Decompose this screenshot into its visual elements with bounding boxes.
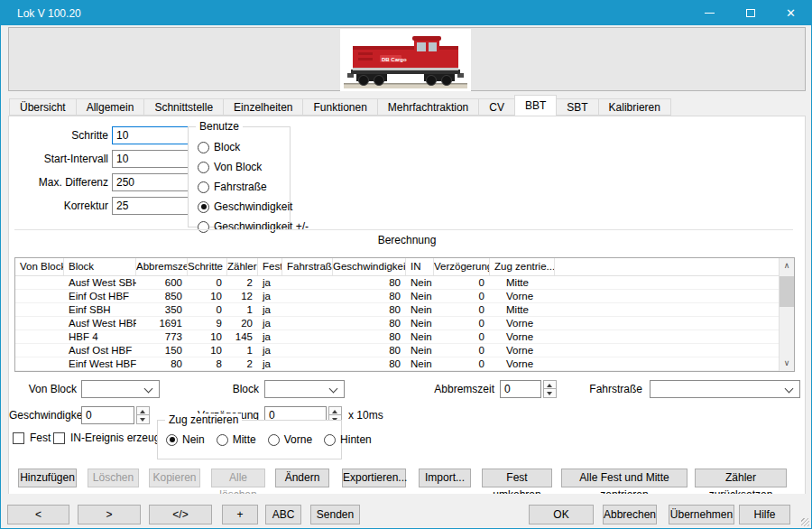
column-header-zug-zentrie[interactable]: Zug zentrie...: [490, 258, 555, 275]
tab-bbt[interactable]: BBT: [514, 95, 557, 116]
column-header-verz-gerung[interactable]: Verzögerung: [434, 258, 490, 275]
tab-cv[interactable]: CV: [478, 98, 515, 116]
geschwindigkeit-spinner[interactable]: [136, 406, 150, 424]
zug-zentrieren-option-vorne[interactable]: Vorne: [268, 433, 312, 446]
cell-schritte: 10: [188, 344, 227, 357]
column-header-geschwindigkeit[interactable]: Geschwindigkeit: [333, 258, 406, 275]
spin-up-icon[interactable]: [543, 380, 557, 389]
close-icon: ✕: [786, 7, 796, 19]
locomotive-panel: DB Cargo: [8, 27, 806, 91]
table-row[interactable]: Ausf West HBF1691920ja80Nein0Vorne: [15, 317, 794, 330]
radio-icon[interactable]: [198, 162, 209, 173]
fest-checkbox[interactable]: [13, 432, 24, 444]
hinzuf-gen-button[interactable]: Hinzufügen: [18, 469, 77, 487]
tab-sbt[interactable]: SBT: [556, 98, 598, 116]
nav-blank-button[interactable]: <: [7, 505, 69, 524]
scroll-down-icon[interactable]: ∨: [780, 356, 794, 371]
max-differenz-input[interactable]: [112, 173, 198, 191]
import-button[interactable]: Import...: [419, 469, 471, 487]
table-row[interactable]: Ausf Ost HBF150101ja80Nein0Vorne: [15, 344, 794, 357]
radio-icon[interactable]: [198, 142, 209, 153]
fahrstrasse-combobox[interactable]: [650, 380, 800, 398]
tab-mehrfachtraktion[interactable]: Mehrfachtraktion: [377, 98, 479, 116]
ok-button[interactable]: OK: [529, 505, 594, 524]
nav-blank-button[interactable]: +: [222, 505, 258, 524]
radio-icon[interactable]: [198, 201, 209, 213]
cell-zug-zentrie: Vorne: [490, 290, 555, 302]
cell-von-block: [15, 276, 64, 289]
abbrechen-button[interactable]: Abbrechen: [603, 505, 657, 524]
column-header-fahrstra-e[interactable]: Fahrstraße: [282, 258, 333, 275]
zug-zentrieren-option-mitte[interactable]: Mitte: [217, 433, 256, 446]
titlebar[interactable]: Lok V 100.20 ✕: [1, 1, 811, 25]
nav-abc-button[interactable]: ABC: [265, 505, 301, 524]
scrollbar-thumb[interactable]: [780, 276, 794, 307]
table-row[interactable]: Einf West HBF8082ja80Nein0Vorne: [15, 357, 794, 371]
column-header-abbremszeit[interactable]: Abbremszeit: [136, 258, 188, 275]
table-row[interactable]: Ausf West SBH60002ja80Nein0Mitte: [15, 276, 794, 290]
fest-umkehren-button[interactable]: Fest umkehren: [482, 469, 552, 487]
nav-senden-button[interactable]: Senden: [310, 505, 360, 524]
spin-down-icon[interactable]: [543, 389, 557, 398]
column-header-von-block[interactable]: Von Block: [15, 258, 64, 275]
radio-icon[interactable]: [268, 434, 280, 446]
hilfe-button[interactable]: Hilfe: [739, 505, 790, 524]
radio-icon[interactable]: [198, 221, 209, 233]
alle-fest-und-mitte-zentrieren-button[interactable]: Alle Fest und Mitte zentrieren: [561, 469, 687, 487]
scroll-up-icon[interactable]: ∧: [780, 258, 794, 274]
column-header-block[interactable]: Block: [64, 258, 136, 275]
cell-fest: ja: [258, 317, 282, 329]
benutze-option-geschwindigkeit[interactable]: Geschwindigkeit: [198, 200, 309, 213]
korrektur-input[interactable]: [112, 197, 198, 215]
column-header-z-hler[interactable]: Zähler: [227, 258, 258, 275]
cell-geschwindigkeit: 80: [333, 344, 406, 357]
benutze-option-geschwindigkeit[interactable]: Geschwindigkeit +/-: [198, 220, 309, 233]
column-header-schritte[interactable]: Schritte: [188, 258, 227, 275]
benutze-option-block[interactable]: Block: [198, 141, 309, 153]
spin-down-icon[interactable]: [136, 415, 150, 424]
zug-zentrieren-option-nein[interactable]: Nein: [166, 433, 205, 446]
minimize-button[interactable]: [689, 1, 730, 25]
tab-einzelheiten[interactable]: Einzelheiten: [223, 98, 303, 116]
abbremszeit-input[interactable]: [500, 380, 541, 398]
maximize-button[interactable]: [730, 1, 770, 25]
abbremszeit-spinner[interactable]: [543, 380, 557, 398]
von-block-combobox[interactable]: [81, 380, 160, 398]
start-intervall-input[interactable]: [112, 150, 198, 168]
column-header-in[interactable]: IN: [406, 258, 434, 275]
tab-funktionen[interactable]: Funktionen: [302, 98, 377, 116]
radio-icon[interactable]: [324, 434, 336, 446]
nav-blank-button[interactable]: </>: [149, 505, 212, 524]
tab-kalibrieren[interactable]: Kalibrieren: [598, 98, 671, 116]
nav-blank-button[interactable]: >: [78, 505, 141, 524]
cell-fahrstra-e: [282, 344, 333, 357]
resize-grip-icon[interactable]: [801, 518, 809, 526]
radio-icon[interactable]: [198, 181, 209, 193]
table-row[interactable]: HBF 477310145ja80Nein0Vorne: [15, 330, 794, 344]
table-row[interactable]: Einf Ost HBF8501012ja80Nein0Vorne: [15, 290, 794, 303]
bernehmen-button[interactable]: Übernehmen: [669, 505, 734, 524]
radio-icon[interactable]: [217, 434, 228, 446]
in-ereignis-checkbox[interactable]: [53, 432, 65, 444]
spin-up-icon[interactable]: [136, 406, 150, 415]
tab-bersicht[interactable]: Übersicht: [9, 98, 77, 116]
close-button[interactable]: ✕: [770, 1, 811, 25]
schritte-input[interactable]: [112, 126, 198, 144]
geschwindigkeit-input[interactable]: [81, 406, 134, 424]
berechnung-table: Von BlockBlockAbbremszeitSchritteZählerF…: [14, 257, 795, 372]
benutze-option-von-block[interactable]: Von Block: [198, 161, 309, 173]
block-combobox[interactable]: [264, 380, 345, 398]
column-header-fest[interactable]: Fest: [258, 258, 282, 275]
table-row[interactable]: Einf SBH35001ja80Nein0Mitte: [15, 303, 794, 317]
tab-allgemein[interactable]: Allgemein: [76, 98, 145, 116]
z-hler-zur-cksetzen-button[interactable]: Zähler zurücksetzen: [695, 469, 787, 487]
benutze-option-fahrstra-e[interactable]: Fahrstraße: [198, 181, 309, 193]
zug-zentrieren-option-hinten[interactable]: Hinten: [324, 433, 372, 446]
vertical-scrollbar[interactable]: ∧ ∨: [779, 258, 794, 371]
cell-in: Nein: [406, 317, 434, 329]
spin-up-icon[interactable]: [328, 406, 342, 415]
tab-schnittstelle[interactable]: Schnittstelle: [143, 98, 224, 116]
exportieren-button[interactable]: Exportieren...: [342, 469, 406, 487]
ndern-button[interactable]: Ändern: [275, 469, 329, 487]
radio-icon[interactable]: [166, 434, 178, 446]
